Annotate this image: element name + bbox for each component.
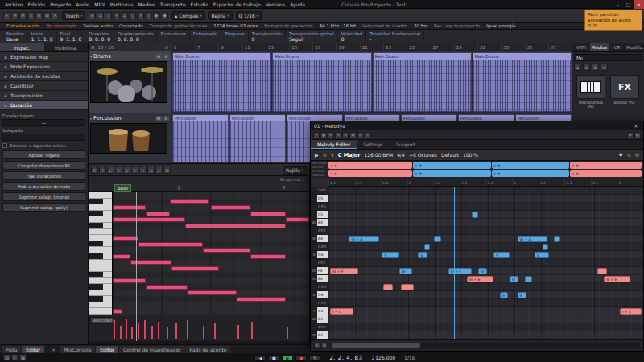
section-segment[interactable]: ×⊕ <box>570 162 642 169</box>
piano-key[interactable] <box>89 265 112 272</box>
piano-key[interactable]: A#3 <box>317 323 328 331</box>
automation-panel-icon[interactable]: A <box>52 12 59 19</box>
velocity-bar[interactable] <box>144 320 146 339</box>
melody-note[interactable]: V <box>418 252 427 258</box>
glue-tool-icon[interactable]: ≈ <box>113 12 120 19</box>
track-mute-button[interactable]: M <box>155 54 162 60</box>
right-zone-tab-medios[interactable]: Medios <box>590 43 608 51</box>
melody-ruler[interactable]: 1.21.31.422.22.32.433.23.33.44 <box>328 179 643 187</box>
menu-item-edición[interactable]: Edición <box>25 0 47 9</box>
menu-item-espacios-de-trabajo[interactable]: Espacios de trabajo <box>211 0 263 9</box>
mute-tool-icon[interactable]: × <box>137 12 144 19</box>
menu-item-medios[interactable]: Medios <box>136 0 158 9</box>
melody-note[interactable] <box>543 244 548 250</box>
redo-icon[interactable]: ↻ <box>635 152 639 158</box>
piano-key[interactable] <box>89 199 112 205</box>
duration-action-button[interactable]: Ped. a duración de nota <box>2 182 85 191</box>
panel-icon[interactable]: ▤ <box>634 132 641 138</box>
velocity-bar[interactable] <box>203 326 204 339</box>
midi-note[interactable] <box>170 199 209 204</box>
segment-icon[interactable]: × <box>493 163 496 167</box>
piano-key[interactable]: B3 <box>317 315 328 323</box>
melody-note[interactable] <box>424 244 430 250</box>
midi-note[interactable] <box>211 205 250 210</box>
piano-key[interactable] <box>89 241 112 248</box>
transport-tempo[interactable]: ♩ 126.000 <box>372 355 396 360</box>
piano-key[interactable]: A#4 <box>317 227 328 234</box>
melody-note[interactable] <box>525 276 532 282</box>
piano-keyboard[interactable] <box>89 192 113 315</box>
segment-icon[interactable]: ⊕ <box>419 171 422 175</box>
info-field-value[interactable]: - <box>369 36 420 42</box>
media-search-input[interactable]: Me <box>574 54 642 61</box>
midi-note[interactable] <box>188 290 237 295</box>
duration-action-button[interactable]: Aplicar legato <box>2 150 85 159</box>
velocity-bar[interactable] <box>187 320 188 339</box>
melody-note[interactable]: III + E <box>604 276 630 282</box>
segment-icon[interactable]: × <box>330 163 332 167</box>
mute-button[interactable]: M <box>328 132 334 138</box>
info-field-value[interactable]: 0 <box>252 36 282 42</box>
right-zone-tab-modific[interactable]: Modific. <box>626 43 644 51</box>
midi-note[interactable] <box>113 278 146 283</box>
piano-key[interactable]: C#4 <box>317 299 328 306</box>
snap-icon[interactable]: ⊞ <box>163 167 171 174</box>
velocity-bar[interactable] <box>251 322 253 339</box>
velocity-bar[interactable] <box>175 323 177 339</box>
duration-action-button[interactable]: Suprimir solap. (mono) <box>2 192 85 201</box>
melody-note[interactable]: V <box>493 252 510 258</box>
bpm-display[interactable]: 126.00 BPM <box>364 152 393 158</box>
midi-clip[interactable]: Percussion <box>229 114 286 162</box>
piano-key[interactable]: C#5 <box>317 203 328 210</box>
grid-icon[interactable]: ⊞ <box>627 132 634 138</box>
audio-activity-icon[interactable]: ▦ <box>19 354 27 361</box>
project-cursor[interactable] <box>192 51 192 165</box>
midi-clip[interactable]: Main Drums <box>473 52 572 112</box>
zoom-selector[interactable]: 100 % <box>463 152 478 158</box>
piano-key[interactable]: C4 <box>317 307 328 315</box>
piano-key[interactable]: E4 <box>317 275 328 282</box>
melody-note[interactable]: V <box>535 252 549 258</box>
zoom-tool-icon[interactable]: ○ <box>147 167 155 174</box>
favorite-icon[interactable]: ♥ <box>619 152 623 158</box>
record-button[interactable]: ● <box>295 355 307 361</box>
generate-icon[interactable]: ϟ <box>331 152 334 158</box>
info-field-value[interactable]: Seguir <box>289 36 334 42</box>
section-segment[interactable]: ×⊕ <box>413 162 491 169</box>
piano-key[interactable] <box>89 247 112 253</box>
velocity-bar[interactable] <box>151 326 153 339</box>
menu-icon[interactable]: ≡ <box>365 132 371 138</box>
melody-note[interactable] <box>472 212 478 218</box>
piano-key[interactable]: B4 <box>317 219 328 226</box>
piano-key[interactable] <box>89 302 112 309</box>
lower-tab-editor[interactable]: Editor <box>96 346 118 353</box>
midi-clip[interactable]: Percussion <box>172 114 229 162</box>
favorites-icon[interactable]: ★ <box>583 64 590 71</box>
dropdown-icon[interactable]: ▾ <box>313 132 320 138</box>
lower-tab-pads-de-acorde[interactable]: Pads de acorde <box>186 346 231 353</box>
piano-key[interactable] <box>89 192 112 199</box>
melody-note[interactable] <box>434 236 441 242</box>
acoustic-feedback-icon[interactable]: ♪ <box>99 167 106 174</box>
melody-note[interactable]: IV <box>399 268 412 274</box>
section-segment[interactable]: ×⊕ <box>492 170 570 177</box>
melody-note-grid[interactable]: VI + AVI + AVVVVIV + FIVIV + FIVIII + EI… <box>328 187 643 339</box>
velocity-bar[interactable] <box>214 323 216 339</box>
inspector-section-asistente-de-escalas[interactable]: ▪Asistente de escalas <box>0 72 88 81</box>
segment-icon[interactable]: ⊕ <box>576 171 579 175</box>
velocity-bars[interactable] <box>113 317 309 339</box>
play-icon[interactable]: ▶ <box>315 152 319 158</box>
right-zone-tab-cr[interactable]: CR <box>609 43 626 51</box>
piano-key[interactable]: A3 <box>317 331 328 339</box>
piano-key[interactable]: A4 <box>317 235 328 242</box>
piano-key[interactable]: D#4 <box>317 283 328 290</box>
melody-note[interactable]: I + C <box>330 308 353 315</box>
autoscroll-icon[interactable]: ▸ <box>155 167 163 174</box>
automation-mode-dropdown[interactable]: Touch ▾ <box>62 11 85 20</box>
melody-note[interactable] <box>383 284 393 290</box>
info-field-value[interactable] <box>160 36 185 42</box>
piano-key[interactable] <box>89 272 112 278</box>
track-name[interactable]: Percussion <box>93 115 122 121</box>
expand-track-icon[interactable]: ▾ <box>90 117 92 121</box>
piano-key[interactable] <box>89 229 112 236</box>
